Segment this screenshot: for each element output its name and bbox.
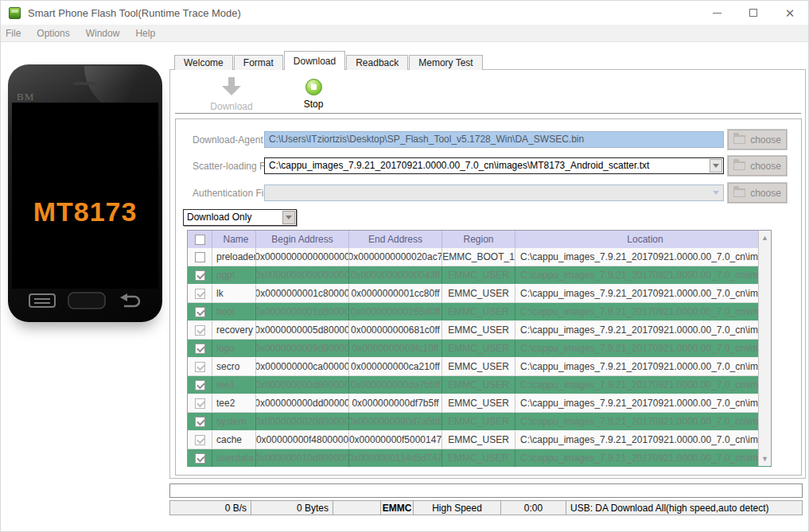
cell-region: EMMC_BOOT_1	[442, 248, 515, 266]
table-row-boot[interactable]: boot0x0000000001d800000x000000000265d0ff…	[188, 303, 771, 321]
table-row-lk[interactable]: lk0x0000000001c800000x0000000001cc80ffEM…	[188, 285, 771, 303]
cell-region: EMMC_USER	[442, 413, 515, 430]
table-scrollbar[interactable]: ▲ ▼	[758, 231, 771, 466]
maximize-icon	[749, 9, 757, 17]
menu-item-file[interactable]: File	[1, 28, 29, 39]
table-row-userdata[interactable]: userdata0x000000010d8000000x0000000114d5…	[188, 449, 771, 468]
download-arrow-icon	[221, 77, 242, 98]
tab-memory-test[interactable]: Memory Test	[409, 55, 482, 70]
table-row-pgpt[interactable]: pgpt0x00000000000000000x00000000000043ff…	[188, 266, 771, 285]
cell-region: EMMC_USER	[442, 285, 515, 302]
row-checkbox-cell	[188, 285, 212, 302]
menu-item-help[interactable]: Help	[127, 28, 163, 39]
menu-item-options[interactable]: Options	[29, 28, 77, 39]
cell-region: EMMC_USER	[442, 321, 515, 339]
flash-mode-select[interactable]: Download Only	[183, 209, 297, 226]
column-header-begin-address: Begin Address	[256, 231, 349, 248]
row-checkbox[interactable]	[195, 252, 205, 262]
minimize-button[interactable]	[698, 1, 735, 25]
row-checkbox[interactable]	[195, 307, 205, 317]
cell-region: EMMC_USER	[442, 266, 515, 284]
status-elapsed-time: 0:00	[501, 501, 566, 515]
download-agent-choose-button[interactable]: choose	[728, 130, 787, 150]
table-row-recovery[interactable]: recovery0x0000000005d800000x000000000681…	[188, 321, 771, 340]
stop-icon	[305, 79, 322, 95]
choose-button-label: choose	[750, 188, 781, 199]
cell-end-address: 0x0000000090d7a5bb	[349, 413, 442, 430]
scatter-file-combobox[interactable]: C:\cappu_images_7.9.21_20170921.0000.00_…	[264, 157, 724, 174]
table-row-system[interactable]: system0x00000000208000000x0000000090d7a5…	[188, 413, 771, 431]
cell-region: EMMC_USER	[442, 340, 515, 357]
cell-name: recovery	[212, 321, 256, 339]
scroll-up-icon[interactable]: ▲	[759, 231, 771, 244]
cell-end-address: 0x00000000000043ff	[349, 266, 442, 284]
select-all-checkbox[interactable]	[195, 235, 205, 245]
scatter-dropdown-arrow-icon[interactable]	[710, 159, 722, 173]
close-button[interactable]: ✕	[772, 1, 808, 25]
cell-location: C:\cappu_images_7.9.21_20170921.0000.00_…	[515, 321, 771, 339]
header-checkbox-cell	[188, 231, 212, 248]
download-agent-field[interactable]: C:\Users\ITziortzis\Desktop\SP_Flash_Too…	[264, 131, 724, 148]
minimize-icon	[713, 13, 721, 14]
cell-name: boot	[212, 303, 256, 320]
table-row-tee2[interactable]: tee20x000000000dd000000x000000000df7b5ff…	[188, 394, 771, 413]
auth-file-combobox	[264, 184, 724, 201]
row-checkbox[interactable]	[195, 270, 205, 281]
tab-download[interactable]: Download	[284, 51, 345, 70]
status-speed: 0 B/s	[170, 501, 251, 515]
partition-table: NameBegin AddressEnd AddressRegionLocati…	[187, 230, 772, 467]
row-checkbox[interactable]	[195, 435, 205, 445]
cell-name: logo	[212, 340, 256, 357]
status-bytes: 0 Bytes	[251, 501, 333, 515]
row-checkbox-cell	[188, 303, 212, 320]
table-row-secro[interactable]: secro0x000000000ca000000x000000000ca210f…	[188, 358, 771, 376]
cell-region: EMMC_USER	[442, 449, 515, 467]
row-checkbox-cell	[188, 449, 212, 467]
device-preview: BM MT8173	[8, 64, 162, 322]
cell-location: C:\cappu_images_7.9.21_20170921.0000.00_…	[515, 449, 771, 467]
table-row-tee1[interactable]: tee10x000000000d8000000x000000000da7b5ff…	[188, 376, 771, 394]
table-row-preloader[interactable]: preloader0x00000000000000000x00000000000…	[188, 248, 771, 266]
row-checkbox[interactable]	[195, 344, 205, 354]
row-checkbox[interactable]	[195, 325, 205, 336]
row-checkbox[interactable]	[195, 362, 205, 372]
scatter-file-choose-button[interactable]: choose	[728, 156, 787, 176]
status-bar: 0 B/s 0 Bytes EMMC High Speed 0:00 USB: …	[169, 500, 803, 515]
cell-begin-address: 0x0000000005d80000	[256, 321, 349, 339]
auth-dropdown-arrow-icon	[710, 186, 722, 200]
row-checkbox[interactable]	[195, 453, 205, 464]
flash-toolbar: Download Stop	[175, 76, 800, 112]
scroll-down-icon[interactable]: ▼	[759, 452, 771, 465]
auth-file-label: Authentication File	[193, 188, 271, 199]
auth-file-choose-button[interactable]: choose	[728, 183, 787, 203]
tab-welcome[interactable]: Welcome	[174, 55, 233, 70]
row-checkbox-cell	[188, 413, 212, 430]
row-checkbox[interactable]	[195, 398, 205, 409]
row-checkbox-cell	[188, 376, 212, 394]
row-checkbox[interactable]	[195, 289, 205, 299]
stop-button-label: Stop	[296, 99, 331, 110]
tab-readback[interactable]: Readback	[346, 55, 408, 70]
row-checkbox-cell	[188, 431, 212, 449]
status-storage-type: EMMC	[381, 501, 414, 515]
cell-end-address: 0x00000000f5000147	[349, 431, 442, 449]
menu-item-window[interactable]: Window	[78, 28, 128, 39]
phone-nav-bar	[8, 289, 162, 313]
menu-bar: FileOptionsWindowHelp	[1, 25, 808, 42]
cell-begin-address: 0x0000000000000000	[256, 266, 349, 284]
tab-format[interactable]: Format	[234, 55, 283, 70]
mode-dropdown-arrow-icon	[282, 211, 295, 224]
chipset-label: MT8173	[12, 196, 158, 227]
close-icon: ✕	[785, 7, 795, 19]
table-row-logo[interactable]: logo0x0000000009d800000x0000000009fc10ff…	[188, 340, 771, 358]
table-row-cache[interactable]: cache0x00000000f48000000x00000000f500014…	[188, 431, 771, 449]
partition-table-body: preloader0x00000000000000000x00000000000…	[188, 248, 771, 468]
download-button[interactable]: Download	[205, 77, 258, 112]
cell-name: pgpt	[212, 266, 256, 284]
cell-region: EMMC_USER	[442, 376, 515, 394]
row-checkbox[interactable]	[195, 417, 205, 427]
stop-button[interactable]: Stop	[296, 77, 331, 110]
maximize-button[interactable]	[735, 1, 772, 25]
row-checkbox[interactable]	[195, 380, 205, 390]
choose-button-label: choose	[750, 161, 781, 172]
